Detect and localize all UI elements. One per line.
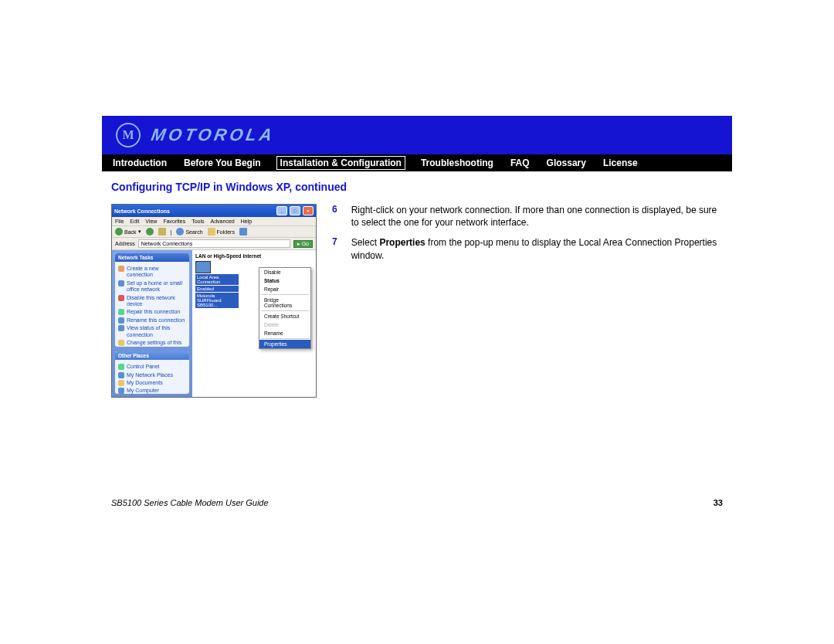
place-item: My Network Places: [118, 372, 186, 378]
lan-connection-device: Motorola SURFboard SB5100...: [195, 293, 239, 308]
network-connections-screenshot: Network Connections _ □ × File Edit View…: [111, 204, 317, 398]
ctx-shortcut: Create Shortcut: [259, 312, 310, 320]
menu-favorites: Favorites: [163, 219, 185, 224]
xp-menubar: File Edit View Favorites Tools Advanced …: [112, 217, 316, 226]
task-item: Repair this connection: [118, 309, 186, 315]
document-page: M MOTOROLA Introduction Before You Begin…: [102, 116, 732, 507]
layout-row: Network Connections _ □ × File Edit View…: [111, 204, 723, 398]
task-icon: [118, 266, 124, 272]
ctx-rename: Rename: [259, 329, 310, 337]
network-tasks-panel: Network Tasks Create a new connection Se…: [115, 253, 189, 347]
lan-connection-item: Local Area Connection Enabled Motorola S…: [195, 261, 239, 308]
xp-mainpane: LAN or High-Speed Internet Local Area Co…: [192, 250, 316, 397]
nav-installation-configuration[interactable]: Installation & Configuration: [276, 156, 405, 170]
search-icon: [176, 228, 184, 236]
xp-sidepane: Network Tasks Create a new connection Se…: [112, 250, 192, 397]
nav-introduction[interactable]: Introduction: [111, 156, 168, 170]
maximize-icon: □: [290, 206, 300, 215]
ctx-bridge: Bridge Connections: [259, 296, 310, 310]
xp-addressbar: Address Network Connections ▸ Go: [112, 238, 316, 250]
step-number: 6: [332, 204, 337, 215]
menu-advanced: Advanced: [211, 219, 235, 224]
close-icon: ×: [303, 206, 314, 215]
page-footer: SB5100 Series Cable Modem User Guide 33: [102, 498, 732, 507]
section-title: Configuring TCP/IP in Windows XP, contin…: [111, 181, 723, 193]
nav-faq[interactable]: FAQ: [509, 156, 531, 170]
step-text: Right-click on your network connection. …: [351, 204, 723, 229]
minimize-icon: _: [276, 206, 287, 215]
task-item: View status of this connection: [118, 325, 186, 338]
network-adapter-icon: [195, 261, 211, 273]
content-area: Configuring TCP/IP in Windows XP, contin…: [102, 171, 732, 398]
search-button: Search: [176, 228, 202, 236]
nav-troubleshooting[interactable]: Troubleshooting: [419, 156, 495, 170]
place-icon: [118, 380, 124, 386]
task-icon: [118, 317, 124, 324]
xp-body: Network Tasks Create a new connection Se…: [112, 250, 316, 397]
other-places-panel: Other Places Control Panel My Network Pl…: [115, 351, 189, 394]
task-icon: [118, 295, 124, 301]
forward-icon: [146, 228, 154, 236]
step-7: 7 Select Properties from the pop-up menu…: [332, 236, 723, 261]
menu-view: View: [145, 219, 157, 224]
task-item: Set up a home or small office network: [118, 280, 186, 293]
task-item: Create a new connection: [118, 266, 186, 279]
lan-connection-status: Enabled: [195, 286, 239, 292]
lan-connection-label: Local Area Connection: [195, 274, 239, 285]
other-places-body: Control Panel My Network Places My Docum…: [115, 360, 189, 394]
task-icon: [118, 325, 124, 331]
network-tasks-body: Create a new connection Set up a home or…: [115, 262, 189, 347]
ctx-properties: Properties: [259, 340, 310, 348]
place-item: My Computer: [118, 388, 186, 394]
connection-group-label: LAN or High-Speed Internet: [195, 253, 313, 259]
xp-window-buttons: _ □ ×: [276, 206, 314, 215]
xp-toolbar: Back▾ | Search Folders: [112, 226, 316, 238]
ctx-disable: Disable: [259, 268, 310, 276]
step-number: 7: [332, 236, 337, 247]
folders-icon: [208, 228, 215, 236]
ctx-delete: Delete: [259, 320, 310, 329]
up-icon: [158, 228, 166, 236]
address-label: Address: [115, 241, 135, 246]
place-item: Control Panel: [118, 364, 186, 370]
context-menu: Disable Status Repair Bridge Connections…: [259, 267, 311, 349]
place-icon: [118, 364, 124, 370]
folders-button: Folders: [208, 228, 235, 236]
other-places-header: Other Places: [115, 351, 189, 360]
step-text: Select Properties from the pop-up menu t…: [351, 236, 723, 261]
views-icon: [239, 228, 247, 236]
motorola-logo-icon: M: [116, 123, 141, 147]
footer-guide-title: SB5100 Series Cable Modem User Guide: [111, 498, 269, 507]
menu-tools: Tools: [192, 219, 204, 224]
nav-license[interactable]: License: [602, 156, 639, 170]
xp-titlebar: Network Connections _ □ ×: [112, 205, 316, 217]
task-icon: [118, 280, 124, 286]
footer-page-number: 33: [714, 498, 723, 507]
network-tasks-header: Network Tasks: [115, 253, 189, 262]
brand-text: MOTOROLA: [150, 125, 277, 145]
brand-banner: M MOTOROLA: [102, 116, 732, 154]
menu-file: File: [115, 219, 124, 224]
nav-before-you-begin[interactable]: Before You Begin: [182, 156, 263, 170]
ctx-repair: Repair: [259, 285, 310, 293]
place-item: My Documents: [118, 380, 186, 386]
address-value: Network Connections: [138, 239, 290, 248]
task-icon: [118, 309, 124, 315]
step-6: 6 Right-click on your network connection…: [332, 204, 723, 229]
nav-bar: Introduction Before You Begin Installati…: [102, 154, 732, 171]
menu-help: Help: [241, 219, 252, 224]
nav-glossary[interactable]: Glossary: [545, 156, 588, 170]
task-item: Change settings of this connection: [118, 340, 186, 347]
ctx-status: Status: [259, 276, 310, 285]
menu-edit: Edit: [130, 219, 139, 224]
instruction-steps: 6 Right-click on your network connection…: [332, 204, 723, 269]
back-button: Back▾: [115, 228, 141, 236]
task-icon: [118, 340, 124, 346]
go-button: ▸ Go: [293, 240, 313, 248]
xp-window-title: Network Connections: [114, 208, 170, 214]
back-icon: [115, 228, 123, 236]
place-icon: [118, 372, 124, 378]
task-item: Disable this network device: [118, 295, 186, 308]
place-icon: [118, 388, 124, 394]
task-item: Rename this connection: [118, 317, 186, 324]
